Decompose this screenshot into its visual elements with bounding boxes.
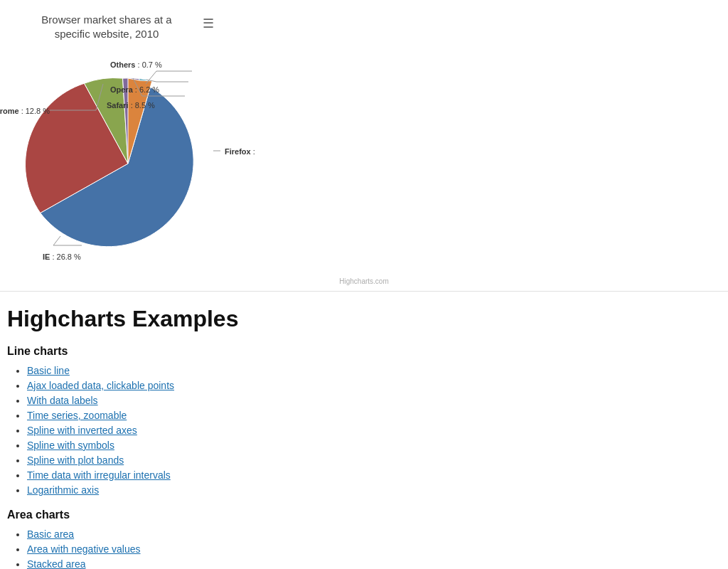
chart-link[interactable]: Ajax loaded data, clickable points [27, 380, 174, 391]
list-item: Area with negative values [27, 543, 721, 555]
chart-link[interactable]: Time series, zoomable [27, 410, 127, 421]
list-item: Basic area [27, 528, 721, 540]
chart-link[interactable]: Basic area [27, 528, 74, 540]
pie-chart: Others : 0.7 % Opera : 6.2 % Safari : 8.… [0, 43, 256, 284]
chart-container: Browser market shares at a specific webs… [0, 0, 728, 292]
area-charts-title: Area charts [7, 509, 721, 521]
ie-label: IE : 26.8 % [43, 252, 81, 261]
safari-label: Safari : 8.5 % [107, 101, 155, 110]
others-label: Others : 0.7 % [110, 60, 162, 69]
chart-title-line2: specific website, 2010 [55, 28, 159, 40]
chart-link[interactable]: Area with negative values [27, 543, 141, 555]
content-area: Highcharts Examples Line charts Basic li… [0, 292, 728, 569]
chart-link[interactable]: Spline with symbols [27, 440, 114, 451]
list-item: Stacked area [27, 558, 721, 569]
area-charts-list: Basic areaArea with negative valuesStack… [7, 528, 721, 569]
chart-link[interactable]: Logarithmic axis [27, 484, 99, 496]
chart-title-line1: Browser market shares at a [41, 14, 171, 26]
chrome-label: Chrome : 12.8 % [0, 107, 50, 115]
list-item: Ajax loaded data, clickable points [27, 380, 721, 391]
chart-link[interactable]: Spline with plot bands [27, 454, 124, 466]
opera-label: Opera : 6.2 % [110, 85, 159, 94]
hamburger-icon[interactable]: ☰ [203, 16, 214, 31]
list-item: Logarithmic axis [27, 484, 721, 496]
chart-link[interactable]: With data labels [27, 395, 98, 406]
list-item: Time series, zoomable [27, 410, 721, 421]
list-item: Spline with plot bands [27, 454, 721, 466]
list-item: With data labels [27, 395, 721, 406]
list-item: Basic line [27, 365, 721, 376]
chart-link[interactable]: Spline with inverted axes [27, 425, 137, 436]
svg-line-9 [53, 236, 60, 245]
chart-link[interactable]: Stacked area [27, 558, 86, 569]
highcharts-credit: Highcharts.com [339, 277, 388, 285]
line-charts-title: Line charts [7, 345, 721, 358]
chart-link[interactable]: Time data with irregular intervals [27, 469, 171, 481]
chart-link[interactable]: Basic line [27, 365, 70, 376]
firefox-label: Firefox : 45.0 % [225, 147, 256, 156]
list-item: Spline with inverted axes [27, 425, 721, 436]
chart-title: Browser market shares at a specific webs… [36, 13, 178, 41]
page-title: Highcharts Examples [7, 306, 721, 332]
list-item: Spline with symbols [27, 440, 721, 451]
line-charts-list: Basic lineAjax loaded data, clickable po… [7, 365, 721, 496]
list-item: Time data with irregular intervals [27, 469, 721, 481]
